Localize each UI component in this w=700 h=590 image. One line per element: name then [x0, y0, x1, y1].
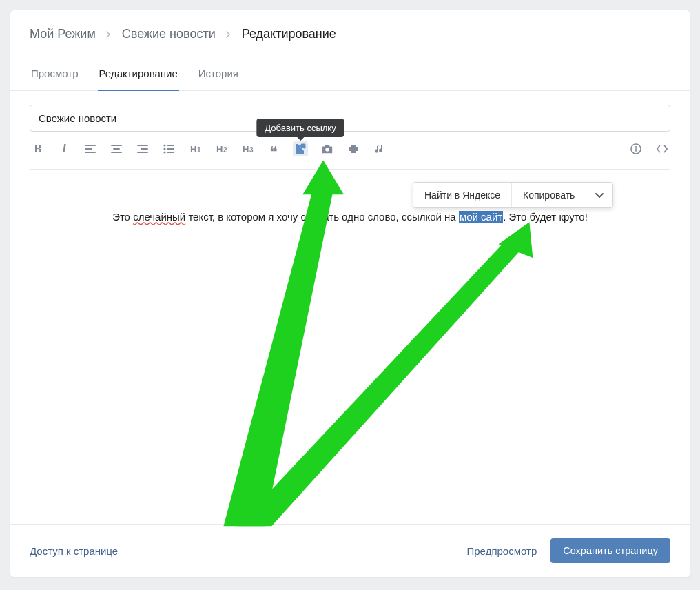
info-icon[interactable] — [629, 142, 643, 156]
tab-edit[interactable]: Редактирование — [98, 57, 179, 90]
h3-icon[interactable]: H3 — [240, 142, 254, 156]
access-page-link[interactable]: Доступ к странице — [30, 545, 118, 557]
breadcrumb: Мой Режим Свежие новости Редактирование — [10, 10, 690, 57]
tooltip-add-link: Добавить ссылку — [256, 119, 344, 137]
tab-history[interactable]: История — [197, 57, 240, 90]
video-icon[interactable] — [347, 142, 360, 156]
svg-rect-19 — [356, 151, 358, 153]
align-right-icon[interactable] — [136, 142, 150, 156]
h1-icon[interactable]: H1 — [188, 142, 202, 156]
svg-rect-18 — [356, 145, 358, 147]
h2-icon[interactable]: H2 — [214, 142, 228, 156]
breadcrumb-current: Редактирование — [242, 27, 336, 41]
misspelled-word: слечайный — [133, 211, 185, 223]
svg-point-11 — [163, 151, 165, 153]
svg-point-10 — [163, 148, 165, 150]
svg-point-9 — [163, 144, 165, 146]
editor-content[interactable]: Найти в Яндексе Копировать Это слечайный… — [10, 170, 690, 524]
context-menu: Найти в Яндексе Копировать — [413, 182, 613, 208]
bullet-list-icon[interactable] — [162, 142, 176, 156]
camera-icon[interactable] — [320, 142, 334, 156]
svg-rect-22 — [635, 148, 637, 152]
align-center-icon[interactable] — [110, 142, 123, 156]
link-icon[interactable]: Добавить ссылку — [293, 141, 308, 156]
svg-rect-17 — [349, 151, 351, 153]
content-text: Это слечайный текст, в котором я хочу сд… — [112, 211, 588, 223]
align-left-icon[interactable] — [83, 142, 97, 156]
breadcrumb-item-2[interactable]: Свежие новости — [122, 27, 216, 41]
page-title-input[interactable] — [30, 105, 670, 132]
selected-text: мой сайт — [459, 211, 503, 223]
context-search-yandex[interactable]: Найти в Яндексе — [413, 183, 512, 207]
chevron-right-icon — [106, 29, 112, 40]
tabs: Просмотр Редактирование История — [10, 57, 690, 91]
music-icon[interactable] — [373, 142, 387, 156]
context-copy[interactable]: Копировать — [512, 183, 586, 207]
bold-icon[interactable]: B — [31, 142, 45, 156]
svg-point-21 — [635, 146, 637, 148]
footer: Доступ к странице Предпросмотр Сохранить… — [10, 524, 690, 577]
preview-link[interactable]: Предпросмотр — [467, 545, 537, 557]
quote-icon[interactable]: ❝ — [267, 145, 280, 159]
editor-toolbar: B I H1 H2 H3 ❝ Добавить ссылку — [30, 132, 670, 170]
chevron-right-icon — [226, 29, 231, 40]
tab-view[interactable]: Просмотр — [30, 57, 80, 90]
svg-rect-16 — [349, 145, 351, 147]
italic-icon[interactable]: I — [57, 142, 71, 156]
context-more[interactable] — [586, 183, 612, 207]
code-icon[interactable] — [655, 142, 669, 156]
breadcrumb-item-1[interactable]: Мой Режим — [30, 27, 96, 41]
save-page-button[interactable]: Сохранить страницу — [550, 538, 670, 563]
